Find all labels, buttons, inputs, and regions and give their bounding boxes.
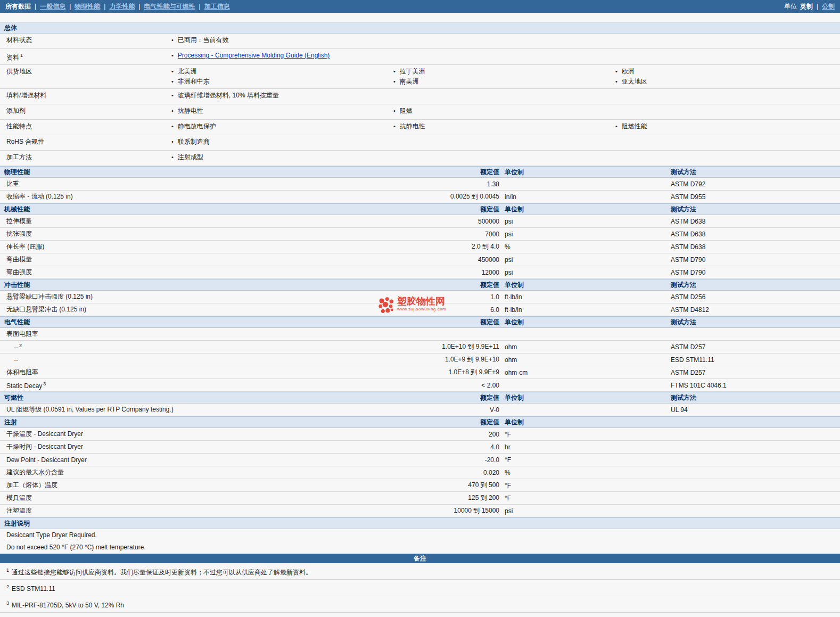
nav-item-5[interactable]: 加工信息	[204, 2, 230, 11]
bullet-text: 抗静电性	[178, 106, 203, 116]
test-method: ASTM D638	[669, 231, 840, 238]
property-value: 450000	[341, 256, 499, 264]
property-label: RoHS 合规性	[0, 137, 170, 147]
property-name-text: 弯曲强度	[6, 268, 32, 276]
property-name-text: 伸长率 (屈服)	[6, 243, 44, 250]
bullet-column: 拉丁美洲南美洲	[392, 67, 614, 87]
property-value: -20.0	[341, 456, 499, 464]
property-value: 7000	[341, 231, 499, 238]
units-label: 单位	[784, 2, 797, 11]
property-unit: hr	[499, 443, 669, 451]
column-header-value: 额定值	[341, 168, 499, 177]
footnote-ref: 1	[20, 53, 23, 58]
property-value: 6.0	[341, 306, 499, 314]
document-link[interactable]: Processing - Comprehensive Molding Guide…	[178, 51, 330, 61]
footnote-number: 2	[6, 584, 9, 589]
nav-item-2[interactable]: 物理性能	[75, 2, 100, 11]
property-label-text: 性能特点	[6, 122, 32, 130]
test-method: FTMS 101C 4046.1	[669, 382, 840, 389]
column-header-value: 额定值	[341, 418, 499, 427]
property-name-text: 比重	[6, 180, 19, 187]
property-row: 干燥温度 - Desiccant Dryer200°F	[0, 428, 840, 441]
property-name-text: Static Decay	[6, 382, 42, 390]
section-header: 注射额定值单位制	[0, 416, 840, 428]
test-method: ASTM D257	[669, 343, 840, 351]
nav-item-1[interactable]: 一般信息	[40, 2, 65, 11]
test-method: ASTM D638	[669, 218, 840, 225]
bullet-text: 南美洲	[400, 77, 419, 87]
property-name: 抗张强度	[0, 229, 341, 238]
property-name-text: 弯曲模量	[6, 256, 32, 263]
bullet-text: 亚太地区	[622, 77, 647, 87]
property-row: 加工（熔体）温度470 到 500°F	[0, 479, 840, 492]
property-name: 无缺口悬臂梁冲击 (0.125 in)	[0, 305, 341, 314]
property-row: --1.0E+9 到 9.9E+10ohmESD STM11.11	[0, 353, 840, 366]
property-unit: °F	[499, 431, 669, 438]
nav-item-4[interactable]: 电气性能与可燃性	[144, 2, 195, 11]
property-name: 悬臂梁缺口冲击强度 (0.125 in)	[0, 292, 341, 301]
property-name: 建议的最大水分含量	[0, 468, 341, 477]
column-header-method: 测试方法	[669, 318, 840, 327]
section-header: 物理性能额定值单位制测试方法	[0, 166, 840, 178]
property-name: 弯曲强度	[0, 268, 341, 277]
test-method: ASTM D790	[669, 269, 840, 276]
separator	[69, 3, 71, 10]
bullet-text: 北美洲	[178, 67, 197, 77]
general-row: 加工方法注射成型	[0, 151, 840, 166]
property-value: 0.0025 到 0.0045	[341, 192, 499, 201]
property-unit: psi	[499, 256, 669, 264]
property-name-text: 注塑温度	[6, 507, 32, 514]
bullet-column: Processing - Comprehensive Molding Guide…	[170, 51, 392, 61]
bullet-column: 静电放电保护	[170, 121, 392, 131]
property-value: 1.38	[341, 180, 499, 188]
property-name: 比重	[0, 179, 341, 188]
property-row: Static Decay3< 2.00FTMS 101C 4046.1	[0, 379, 840, 392]
footnote-ref: 2	[19, 343, 22, 348]
property-name-text: 悬臂梁缺口冲击强度 (0.125 in)	[6, 293, 93, 300]
property-label: 添加剂	[0, 106, 170, 116]
nav-item-3[interactable]: 力学性能	[109, 2, 135, 11]
remark-row: 1通过这些链接您能够访问供应商资料。我们尽量保证及时更新资料；不过您可以从供应商…	[0, 563, 840, 580]
remark-text: 通过这些链接您能够访问供应商资料。我们尽量保证及时更新资料；不过您可以从供应商处…	[12, 569, 312, 576]
bullet-item: 拉丁美洲	[392, 67, 614, 77]
unit-english: 英制	[800, 2, 813, 11]
bullet-text: 欧洲	[622, 67, 635, 77]
bullet-text: 玻璃纤维增强材料, 10% 填料按重量	[178, 91, 279, 101]
bullet-text: 联系制造商	[178, 137, 210, 147]
property-row: 体积电阻率1.0E+8 到 9.9E+9ohm·cmASTM D257	[0, 366, 840, 379]
bullet-column: 抗静电性	[392, 121, 614, 131]
test-method: ASTM D790	[669, 256, 840, 264]
property-unit: ft·lb/in	[499, 306, 669, 314]
bullet-column: 抗静电性	[170, 106, 392, 116]
section-note-line: Do not exceed 520 °F (270 °C) melt tempe…	[0, 541, 840, 554]
content: 总体 材料状态已商用：当前有效资料1Processing - Comprehen…	[0, 22, 840, 613]
property-value: < 2.00	[341, 382, 499, 389]
footnote-number: 1	[6, 567, 9, 573]
property-row: Dew Point - Desiccant Dryer-20.0°F	[0, 454, 840, 466]
property-value: 1.0E+10 到 9.9E+11	[341, 342, 499, 351]
general-row: 性能特点静电放电保护抗静电性阻燃性能	[0, 120, 840, 135]
general-row: 材料状态已商用：当前有效	[0, 34, 840, 49]
property-row: 模具温度125 到 200°F	[0, 492, 840, 505]
property-name: 体积电阻率	[0, 368, 341, 377]
remark-row: 3MIL-PRF-81705D, 5kV to 50 V, 12% Rh	[0, 596, 840, 613]
property-row: 注塑温度10000 到 15000psi	[0, 505, 840, 517]
test-method: ASTM D256	[669, 293, 840, 301]
property-name-text: 拉伸模量	[6, 217, 32, 225]
unit-metric-link[interactable]: 公制	[822, 2, 835, 11]
nav-item-0[interactable]: 所有数据	[5, 2, 31, 11]
property-row: 悬臂梁缺口冲击强度 (0.125 in)1.0ft·lb/inASTM D256	[0, 291, 840, 303]
test-method: ASTM D4812	[669, 306, 840, 314]
general-row: RoHS 合规性联系制造商	[0, 135, 840, 151]
section-title: 可燃性	[0, 393, 341, 402]
column-header-unit: 单位制	[499, 168, 669, 177]
column-header-value: 额定值	[341, 318, 499, 327]
bullet-text: 已商用：当前有效	[178, 35, 229, 45]
bullet-column: 欧洲亚太地区	[614, 67, 840, 87]
property-row: UL 阻燃等级 (0.0591 in, Values per RTP Compa…	[0, 404, 840, 416]
property-value: V-0	[341, 406, 499, 414]
column-header-unit: 单位制	[499, 205, 669, 214]
remarks-bar: 备注	[0, 554, 840, 563]
property-value: 0.020	[341, 469, 499, 476]
column-header-value: 额定值	[341, 281, 499, 290]
